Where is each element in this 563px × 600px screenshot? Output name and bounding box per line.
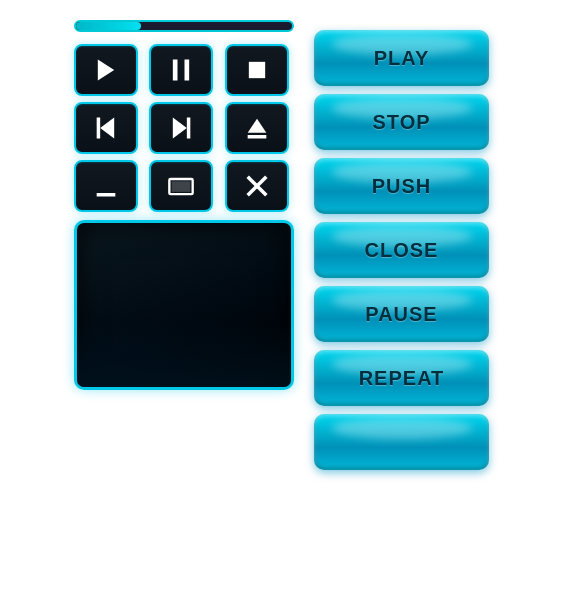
blank-text-btn[interactable] xyxy=(314,414,489,470)
push-text-btn[interactable]: PUSH xyxy=(314,158,489,214)
next-icon-btn[interactable] xyxy=(149,102,213,154)
svg-rect-9 xyxy=(247,135,266,139)
svg-marker-6 xyxy=(173,118,187,139)
svg-rect-3 xyxy=(248,62,264,78)
svg-marker-4 xyxy=(100,118,114,139)
svg-rect-10 xyxy=(97,193,116,197)
svg-rect-1 xyxy=(173,60,178,81)
svg-marker-0 xyxy=(98,60,114,81)
prev-icon xyxy=(92,114,120,142)
svg-rect-12 xyxy=(172,181,191,192)
play-icon-btn[interactable] xyxy=(74,44,138,96)
x-icon xyxy=(243,172,271,200)
progress-bar-fill xyxy=(76,22,141,30)
icon-button-grid xyxy=(74,44,294,212)
svg-marker-8 xyxy=(247,119,266,133)
pause-icon xyxy=(167,56,195,84)
minimize-icon-btn[interactable] xyxy=(74,160,138,212)
x-icon-btn[interactable] xyxy=(225,160,289,212)
stop-icon xyxy=(243,56,271,84)
eject-icon-btn[interactable] xyxy=(225,102,289,154)
svg-rect-5 xyxy=(97,118,101,139)
stop-icon-btn[interactable] xyxy=(225,44,289,96)
repeat-text-btn[interactable]: REPEAT xyxy=(314,350,489,406)
play-text-btn[interactable]: PLAY xyxy=(314,30,489,86)
svg-rect-2 xyxy=(185,60,190,81)
svg-rect-7 xyxy=(187,118,191,139)
pause-text-btn[interactable]: PAUSE xyxy=(314,286,489,342)
progress-bar-container[interactable] xyxy=(74,20,294,32)
next-icon xyxy=(167,114,195,142)
stop-text-btn[interactable]: STOP xyxy=(314,94,489,150)
eject-icon xyxy=(243,114,271,142)
pause-icon-btn[interactable] xyxy=(149,44,213,96)
prev-icon-btn[interactable] xyxy=(74,102,138,154)
screen-icon-btn[interactable] xyxy=(149,160,213,212)
minimize-icon xyxy=(92,172,120,200)
screen-icon xyxy=(167,172,195,200)
media-display-screen xyxy=(74,220,294,390)
play-icon xyxy=(92,56,120,84)
main-container: PLAY STOP PUSH CLOSE PAUSE REPEAT xyxy=(0,0,563,600)
right-panel: PLAY STOP PUSH CLOSE PAUSE REPEAT xyxy=(314,30,489,470)
close-text-btn[interactable]: CLOSE xyxy=(314,222,489,278)
left-panel xyxy=(74,20,294,390)
